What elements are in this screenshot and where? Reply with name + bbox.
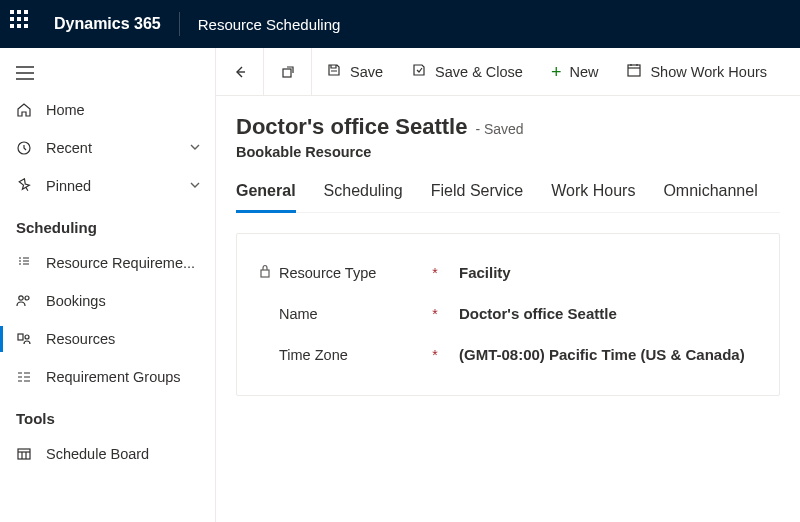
chevron-down-icon [189, 140, 201, 156]
svg-rect-6 [18, 334, 23, 340]
record-status: - Saved [475, 121, 523, 137]
sidebar: Home Recent Pinned Scheduling [0, 48, 216, 522]
brand-name: Dynamics 365 [54, 15, 161, 33]
pin-icon [14, 178, 34, 194]
tab-work-hours[interactable]: Work Hours [551, 182, 635, 212]
resource-type-value[interactable]: Facility [459, 264, 511, 281]
svg-rect-18 [261, 270, 269, 277]
tabs: General Scheduling Field Service Work Ho… [236, 182, 780, 213]
command-bar: Save Save & Close + New Show Work Hours [216, 48, 800, 96]
tab-omnichannel[interactable]: Omnichannel [663, 182, 757, 212]
sidebar-item-label: Schedule Board [46, 446, 149, 462]
app-area-name[interactable]: Resource Scheduling [198, 16, 341, 33]
field-resource-type: Resource Type * Facility [259, 252, 757, 293]
field-name: Name * Doctor's office Seattle [259, 293, 757, 334]
open-new-window-button[interactable] [264, 48, 312, 95]
sidebar-item-schedule-board[interactable]: Schedule Board [0, 435, 215, 473]
calendar-icon [626, 62, 642, 81]
groups-icon [14, 369, 34, 385]
back-button[interactable] [216, 48, 264, 95]
svg-rect-8 [18, 449, 30, 459]
sidebar-item-pinned[interactable]: Pinned [0, 167, 215, 205]
lock-icon [259, 264, 271, 281]
clock-icon [14, 140, 34, 156]
hamburger-icon[interactable] [0, 56, 215, 91]
sidebar-item-requirement-groups[interactable]: Requirement Groups [0, 358, 215, 396]
sidebar-item-resource-requirements[interactable]: Resource Requireme... [0, 244, 215, 282]
command-label: Show Work Hours [650, 64, 767, 80]
schedule-board-icon [14, 446, 34, 462]
sidebar-section-scheduling: Scheduling [0, 205, 215, 244]
sidebar-item-label: Pinned [46, 178, 91, 194]
save-button[interactable]: Save [312, 48, 397, 95]
field-timezone: Time Zone * (GMT-08:00) Pacific Time (US… [259, 334, 757, 375]
save-close-button[interactable]: Save & Close [397, 48, 537, 95]
form-card: Resource Type * Facility Name * Doctor's… [236, 233, 780, 396]
requirements-icon [14, 255, 34, 271]
field-label-text: Name [279, 306, 318, 322]
tab-scheduling[interactable]: Scheduling [324, 182, 403, 212]
plus-icon: + [551, 63, 562, 81]
chevron-down-icon [189, 178, 201, 194]
tab-field-service[interactable]: Field Service [431, 182, 523, 212]
svg-rect-14 [628, 65, 640, 76]
command-label: Save [350, 64, 383, 80]
field-label-text: Time Zone [279, 347, 348, 363]
svg-point-5 [25, 296, 29, 300]
svg-point-7 [25, 335, 29, 339]
sidebar-item-label: Requirement Groups [46, 369, 181, 385]
required-indicator: * [429, 265, 441, 281]
svg-point-4 [19, 296, 23, 300]
record-entity: Bookable Resource [236, 144, 780, 160]
sidebar-item-home[interactable]: Home [0, 91, 215, 129]
save-close-icon [411, 62, 427, 81]
sidebar-item-label: Resource Requireme... [46, 255, 195, 271]
timezone-value[interactable]: (GMT-08:00) Pacific Time (US & Canada) [459, 346, 745, 363]
resources-icon [14, 331, 34, 347]
field-label-text: Resource Type [279, 265, 376, 281]
save-icon [326, 62, 342, 81]
svg-rect-13 [283, 69, 291, 77]
show-work-hours-button[interactable]: Show Work Hours [612, 48, 781, 95]
new-button[interactable]: + New [537, 48, 613, 95]
sidebar-item-recent[interactable]: Recent [0, 129, 215, 167]
sidebar-item-label: Bookings [46, 293, 106, 309]
command-label: Save & Close [435, 64, 523, 80]
required-indicator: * [429, 306, 441, 322]
sidebar-item-resources[interactable]: Resources [0, 320, 215, 358]
record-title: Doctor's office Seattle [236, 114, 467, 140]
sidebar-item-label: Recent [46, 140, 92, 156]
sidebar-item-label: Resources [46, 331, 115, 347]
command-label: New [569, 64, 598, 80]
people-icon [14, 293, 34, 309]
sidebar-item-bookings[interactable]: Bookings [0, 282, 215, 320]
sidebar-section-tools: Tools [0, 396, 215, 435]
home-icon [14, 102, 34, 118]
sidebar-item-label: Home [46, 102, 85, 118]
tab-general[interactable]: General [236, 182, 296, 213]
required-indicator: * [429, 347, 441, 363]
name-value[interactable]: Doctor's office Seattle [459, 305, 617, 322]
app-launcher-icon[interactable] [10, 10, 38, 38]
topbar-separator [179, 12, 180, 36]
